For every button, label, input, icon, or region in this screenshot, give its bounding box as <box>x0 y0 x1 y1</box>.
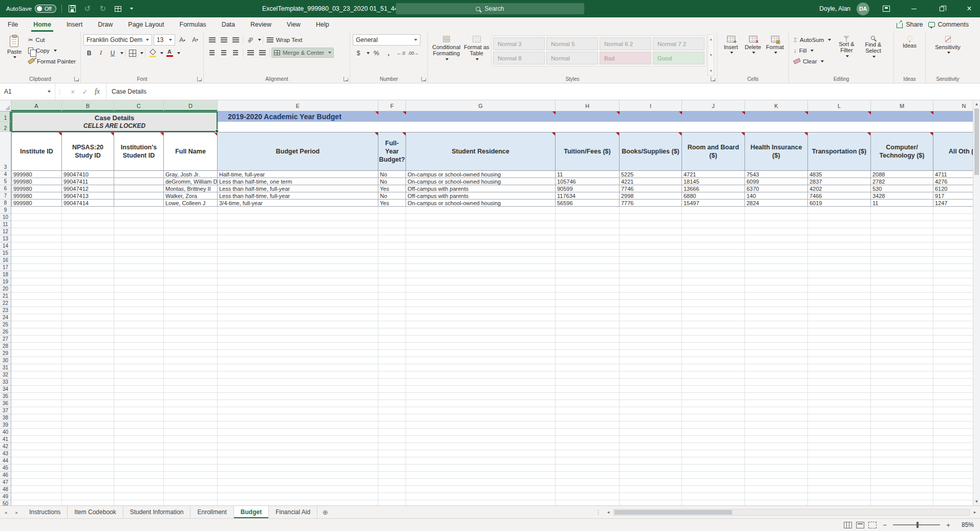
underline-caret-icon[interactable] <box>120 52 123 54</box>
data-cell[interactable]: Gray, Josh Jr. <box>164 171 218 178</box>
cell[interactable] <box>406 328 556 336</box>
cell[interactable] <box>871 364 933 371</box>
cell[interactable] <box>871 321 933 328</box>
row-header-19[interactable]: 19 <box>0 278 11 285</box>
data-cell[interactable]: 99047413 <box>62 192 114 200</box>
cell[interactable] <box>682 457 745 464</box>
font-color-caret-icon[interactable] <box>177 52 180 54</box>
cell[interactable] <box>406 457 556 464</box>
copy-button[interactable]: Copy <box>26 45 78 56</box>
cell[interactable] <box>114 407 164 414</box>
cell[interactable] <box>556 436 620 443</box>
data-cell[interactable]: 917 <box>933 192 973 200</box>
cell[interactable] <box>682 464 745 472</box>
cell[interactable] <box>933 443 973 450</box>
cell[interactable] <box>378 364 406 371</box>
cell[interactable] <box>218 257 378 264</box>
row-header-44[interactable]: 44 <box>0 457 11 464</box>
cell[interactable] <box>164 278 218 285</box>
horizontal-scrollbar-track[interactable] <box>613 509 970 516</box>
cell[interactable] <box>378 464 406 472</box>
cell[interactable] <box>62 343 114 350</box>
user-name[interactable]: Doyle, Alan <box>819 5 850 12</box>
cell[interactable] <box>378 472 406 479</box>
cell[interactable] <box>620 379 682 386</box>
cell[interactable] <box>871 400 933 407</box>
column-header-M[interactable]: M <box>871 100 933 111</box>
cell[interactable] <box>62 285 114 293</box>
new-sheet-icon[interactable]: ⊕ <box>317 506 333 518</box>
data-cell[interactable]: Off-campus with parents <box>406 192 556 200</box>
cell[interactable] <box>114 336 164 343</box>
row-header-6[interactable]: 6 <box>0 185 11 192</box>
cell[interactable] <box>745 228 808 235</box>
cell[interactable] <box>808 328 871 336</box>
cell[interactable] <box>406 271 556 278</box>
cell[interactable] <box>933 228 973 235</box>
orientation-caret-icon[interactable] <box>258 39 261 41</box>
header-cell-M[interactable]: Computer/ Technology ($) <box>871 132 933 171</box>
cell[interactable] <box>114 343 164 350</box>
column-header-K[interactable]: K <box>745 100 808 111</box>
cell[interactable] <box>682 400 745 407</box>
cell[interactable] <box>164 457 218 464</box>
data-cell[interactable]: No <box>378 192 406 200</box>
cell[interactable] <box>620 257 682 264</box>
cell[interactable] <box>871 450 933 457</box>
redo-icon[interactable]: ↻ <box>98 4 108 14</box>
cell[interactable] <box>933 472 973 479</box>
data-cell[interactable]: No <box>378 178 406 185</box>
style-gallery-item-normal-5[interactable]: Normal 5 <box>546 37 598 50</box>
cell[interactable] <box>745 457 808 464</box>
cell[interactable] <box>745 407 808 414</box>
cell[interactable] <box>682 293 745 300</box>
data-cell[interactable]: On-campus or school-owned housing <box>406 178 556 185</box>
cell[interactable] <box>406 307 556 314</box>
row-header-5[interactable]: 5 <box>0 178 11 185</box>
cell[interactable] <box>11 479 62 486</box>
clipboard-dialog-launcher-icon[interactable] <box>74 77 79 81</box>
cell[interactable] <box>682 450 745 457</box>
cell[interactable] <box>11 364 62 371</box>
cell[interactable] <box>62 479 114 486</box>
cell[interactable] <box>933 429 973 436</box>
align-left-icon[interactable] <box>206 47 218 58</box>
cell[interactable] <box>164 307 218 314</box>
cell[interactable] <box>11 228 62 235</box>
cell[interactable] <box>378 271 406 278</box>
cell[interactable] <box>218 457 378 464</box>
cell[interactable] <box>378 300 406 307</box>
increase-font-size-icon[interactable]: A▴ <box>177 35 188 46</box>
cell[interactable] <box>871 414 933 422</box>
cell[interactable] <box>378 307 406 314</box>
cell[interactable] <box>808 457 871 464</box>
style-gallery-item-normal-8[interactable]: Normal 8 <box>493 52 545 64</box>
cell[interactable] <box>556 464 620 472</box>
cell[interactable] <box>745 371 808 379</box>
cell[interactable] <box>808 271 871 278</box>
cell[interactable] <box>11 393 62 400</box>
cell[interactable] <box>11 264 62 271</box>
cell[interactable] <box>871 328 933 336</box>
cell[interactable] <box>620 321 682 328</box>
cell[interactable] <box>745 357 808 364</box>
row-header-14[interactable]: 14 <box>0 242 11 250</box>
cell[interactable] <box>556 400 620 407</box>
increase-decimal-icon[interactable]: ←.0 <box>395 48 407 58</box>
cell[interactable] <box>933 500 973 505</box>
cell[interactable] <box>682 207 745 214</box>
hscroll-left-icon[interactable]: ◂ <box>604 510 612 515</box>
row-header-37[interactable]: 37 <box>0 407 11 414</box>
cell[interactable] <box>114 242 164 250</box>
data-cell[interactable]: 999980 <box>11 171 62 178</box>
cell[interactable] <box>933 207 973 214</box>
scroll-down-icon[interactable]: ▼ <box>973 498 980 505</box>
autosave-toggle[interactable]: AutoSave Off <box>6 5 56 13</box>
cell[interactable] <box>933 357 973 364</box>
cell[interactable] <box>745 235 808 242</box>
cell[interactable] <box>745 414 808 422</box>
cell[interactable] <box>218 472 378 479</box>
cell[interactable] <box>556 364 620 371</box>
sheet-nav-next-icon[interactable]: ▸ <box>11 506 23 518</box>
cell[interactable] <box>114 207 164 214</box>
